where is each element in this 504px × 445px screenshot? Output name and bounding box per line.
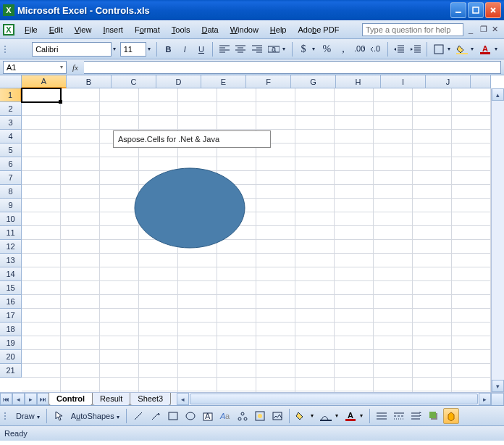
cell[interactable] xyxy=(452,336,491,350)
cell[interactable] xyxy=(22,157,61,171)
row-header[interactable]: 8 xyxy=(0,185,22,199)
cell[interactable] xyxy=(22,144,61,157)
oval-shape[interactable] xyxy=(134,167,246,249)
cell[interactable] xyxy=(139,116,178,130)
cell[interactable] xyxy=(256,88,295,102)
menu-edit[interactable]: Edit xyxy=(43,24,69,36)
cell[interactable] xyxy=(413,144,452,157)
cell[interactable] xyxy=(100,267,139,281)
cell[interactable] xyxy=(139,350,178,364)
cell[interactable] xyxy=(22,323,61,336)
cell[interactable] xyxy=(335,185,374,199)
arrow-button[interactable] xyxy=(148,408,164,424)
drawbar-grip[interactable] xyxy=(4,409,9,423)
sheet-tab-control[interactable]: Control xyxy=(49,393,93,406)
tab-nav-last-button[interactable]: ⏭ xyxy=(37,393,49,405)
cell[interactable] xyxy=(61,295,100,309)
italic-button[interactable]: I xyxy=(177,41,193,57)
borders-button[interactable] xyxy=(431,41,446,57)
size-dropdown-icon[interactable]: ▾ xyxy=(148,46,154,52)
mdi-restore-button[interactable]: ❐ xyxy=(478,25,490,34)
cell[interactable] xyxy=(374,157,413,171)
cell[interactable] xyxy=(139,295,178,309)
cell[interactable] xyxy=(139,378,178,391)
cell[interactable] xyxy=(22,88,61,102)
cell[interactable] xyxy=(374,226,413,240)
align-left-button[interactable] xyxy=(217,41,232,57)
cell[interactable] xyxy=(256,116,295,130)
column-header[interactable]: E xyxy=(201,75,246,88)
help-search-input[interactable] xyxy=(362,23,463,36)
scroll-track[interactable] xyxy=(492,101,504,380)
cell[interactable] xyxy=(295,240,335,254)
cell[interactable] xyxy=(295,88,335,102)
cell[interactable] xyxy=(295,144,335,157)
row-header[interactable]: 13 xyxy=(0,254,22,267)
cell[interactable] xyxy=(256,254,295,267)
cell[interactable] xyxy=(295,281,335,295)
cell[interactable] xyxy=(100,336,139,350)
row-header[interactable]: 6 xyxy=(0,157,22,171)
cell[interactable] xyxy=(452,171,491,185)
mdi-close-button[interactable]: ✕ xyxy=(490,25,501,34)
scroll-right-button[interactable]: ▸ xyxy=(479,393,491,405)
line-color-dd-icon[interactable]: ▾ xyxy=(335,412,341,419)
cell[interactable] xyxy=(335,309,374,323)
diagram-button[interactable] xyxy=(235,408,251,424)
cell[interactable] xyxy=(413,240,452,254)
cell[interactable] xyxy=(139,254,178,267)
cell[interactable] xyxy=(413,212,452,226)
name-box[interactable]: A1▾ xyxy=(3,61,67,74)
cell[interactable] xyxy=(217,323,256,336)
cell[interactable] xyxy=(374,144,413,157)
menu-adobepdf[interactable]: Adobe PDF xyxy=(292,24,345,36)
row-header[interactable]: 16 xyxy=(0,295,22,309)
cell[interactable] xyxy=(61,199,100,212)
cell[interactable] xyxy=(256,240,295,254)
cell[interactable] xyxy=(256,226,295,240)
cell[interactable] xyxy=(61,171,100,185)
cell[interactable] xyxy=(374,281,413,295)
cell[interactable] xyxy=(295,336,335,350)
cell[interactable] xyxy=(256,102,295,116)
cell[interactable] xyxy=(100,309,139,323)
cell[interactable] xyxy=(374,267,413,281)
cell[interactable] xyxy=(452,364,491,378)
cell[interactable] xyxy=(100,157,139,171)
cell[interactable] xyxy=(100,364,139,378)
fill-color-button[interactable] xyxy=(293,408,309,424)
cell[interactable] xyxy=(374,88,413,102)
cell[interactable] xyxy=(178,116,217,130)
cell[interactable] xyxy=(452,88,491,102)
cell[interactable] xyxy=(100,378,139,391)
cell[interactable] xyxy=(413,364,452,378)
mdi-minimize-button[interactable]: _ xyxy=(466,25,478,34)
cell[interactable] xyxy=(256,336,295,350)
cell[interactable] xyxy=(256,199,295,212)
scroll-left-button[interactable]: ◂ xyxy=(177,393,189,405)
cell[interactable] xyxy=(61,378,100,391)
cell[interactable] xyxy=(22,102,61,116)
cell[interactable] xyxy=(413,116,452,130)
cell[interactable] xyxy=(452,323,491,336)
cell[interactable] xyxy=(178,281,217,295)
minimize-button[interactable] xyxy=(450,2,466,18)
row-header[interactable]: 1 xyxy=(0,88,22,102)
column-header[interactable]: H xyxy=(336,75,381,88)
formula-input[interactable] xyxy=(84,61,501,74)
underline-button[interactable]: U xyxy=(194,41,209,57)
cell[interactable] xyxy=(139,267,178,281)
row-header[interactable]: 3 xyxy=(0,116,22,130)
percent-button[interactable]: % xyxy=(319,41,335,57)
currency-dropdown-icon[interactable]: ▾ xyxy=(312,46,318,52)
cell[interactable] xyxy=(256,157,295,171)
cell[interactable] xyxy=(335,116,374,130)
cell[interactable] xyxy=(100,185,139,199)
cell[interactable] xyxy=(61,102,100,116)
cell[interactable] xyxy=(61,130,100,144)
row-header[interactable]: 14 xyxy=(0,267,22,281)
cell[interactable] xyxy=(452,240,491,254)
cell[interactable] xyxy=(61,267,100,281)
row-header[interactable]: 7 xyxy=(0,171,22,185)
fill-dd-icon[interactable]: ▾ xyxy=(311,412,316,419)
